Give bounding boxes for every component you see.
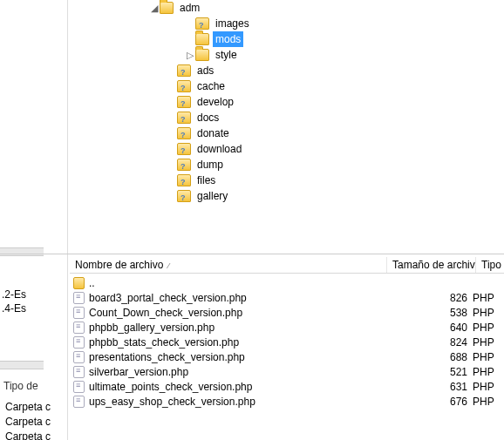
file-type: PHP bbox=[473, 396, 504, 408]
file-name: ultimate_points_check_version.php bbox=[89, 381, 392, 393]
tree-node-label: docs bbox=[194, 110, 221, 125]
tree-node-label: dump bbox=[194, 157, 226, 173]
file-name: board3_portal_check_version.php bbox=[89, 292, 392, 304]
folder-unknown-icon bbox=[177, 190, 191, 202]
tree-node[interactable]: donate bbox=[70, 125, 504, 141]
tree-node-label: adm bbox=[177, 0, 202, 16]
column-header-size[interactable]: Tamaño de archivo bbox=[387, 257, 476, 273]
file-list[interactable]: ..board3_portal_check_version.php826PHPC… bbox=[70, 274, 504, 409]
tree-node[interactable]: cache bbox=[70, 78, 504, 94]
tree-node[interactable]: docs bbox=[70, 110, 504, 125]
file-type: PHP bbox=[473, 292, 504, 304]
tree-node[interactable]: dump bbox=[70, 157, 504, 173]
file-name: ups_easy_shop_check_version.php bbox=[89, 396, 392, 408]
folder-open-icon bbox=[195, 33, 209, 45]
folder-unknown-icon bbox=[177, 112, 191, 124]
tree-node-label: cache bbox=[194, 78, 228, 94]
tree-node-label: ads bbox=[194, 63, 216, 78]
file-name: presentations_check_version.php bbox=[89, 351, 392, 363]
column-header-label: Tamaño de archivo bbox=[392, 259, 476, 271]
file-type: PHP bbox=[473, 336, 504, 349]
file-type: PHP bbox=[473, 381, 504, 393]
php-file-icon bbox=[73, 307, 85, 319]
file-size: 688 bbox=[392, 351, 473, 363]
folder-unknown-icon bbox=[177, 143, 191, 155]
file-name: Count_Down_check_version.php bbox=[89, 307, 392, 319]
column-header-name[interactable]: Nombre de archivo ∕ bbox=[70, 257, 387, 273]
file-name: .. bbox=[89, 277, 392, 289]
scrollbar-fragment[interactable] bbox=[0, 361, 44, 369]
file-row[interactable]: .. bbox=[70, 275, 504, 290]
tree-node-label: style bbox=[213, 47, 240, 63]
tree-node[interactable]: images bbox=[70, 16, 504, 31]
file-row[interactable]: Count_Down_check_version.php538PHP bbox=[70, 305, 504, 320]
column-header-label: Tipo bbox=[481, 259, 501, 271]
file-size: 538 bbox=[392, 307, 473, 319]
folder-tree-pane: ◢admimagesmods▷styleadscachedevelopdocsd… bbox=[0, 0, 504, 254]
file-name: phpbb_stats_check_version.php bbox=[89, 336, 392, 349]
file-row[interactable]: ultimate_points_check_version.php631PHP bbox=[70, 379, 504, 394]
file-type: PHP bbox=[473, 366, 504, 378]
file-row[interactable]: presentations_check_version.php688PHP bbox=[70, 349, 504, 364]
tree-node[interactable]: develop bbox=[70, 94, 504, 110]
tree-node[interactable]: ◢adm bbox=[70, 0, 504, 16]
file-type: PHP bbox=[473, 307, 504, 319]
left-type-cell: Carpeta c bbox=[5, 430, 51, 440]
file-size: 824 bbox=[392, 336, 473, 349]
tree-node-label: mods bbox=[213, 31, 243, 47]
column-header-type[interactable]: Tipo bbox=[476, 257, 502, 273]
folder-unknown-icon bbox=[177, 159, 191, 171]
file-list-pane: Nombre de archivo ∕ Tamaño de archivo Ti… bbox=[70, 256, 504, 440]
php-file-icon bbox=[73, 396, 85, 408]
file-row[interactable]: ups_easy_shop_check_version.php676PHP bbox=[70, 394, 504, 409]
column-header-label: Nombre de archivo bbox=[75, 259, 163, 271]
folder-unknown-icon bbox=[177, 96, 191, 108]
tree-twisty-icon[interactable]: ◢ bbox=[148, 0, 160, 16]
left-type-cell: Carpeta c bbox=[5, 401, 51, 413]
tree-twisty-icon[interactable]: ▷ bbox=[184, 47, 195, 63]
php-file-icon bbox=[73, 351, 85, 363]
file-row[interactable]: phpbb_gallery_version.php640PHP bbox=[70, 320, 504, 335]
tree-node[interactable]: download bbox=[70, 141, 504, 157]
file-size: 521 bbox=[392, 366, 473, 378]
file-size: 640 bbox=[392, 322, 473, 334]
php-file-icon bbox=[73, 336, 85, 349]
php-file-icon bbox=[73, 322, 85, 334]
tree-node[interactable]: files bbox=[70, 173, 504, 188]
tree-node[interactable]: ads bbox=[70, 63, 504, 78]
tree-node[interactable]: mods bbox=[70, 31, 504, 47]
file-type: PHP bbox=[473, 322, 504, 334]
file-size: 676 bbox=[392, 396, 473, 408]
tree-node-label: gallery bbox=[194, 188, 230, 204]
left-item[interactable]: .2-Es bbox=[0, 288, 28, 301]
tree-node-label: files bbox=[194, 173, 218, 188]
file-size: 631 bbox=[392, 381, 473, 393]
file-row[interactable]: board3_portal_check_version.php826PHP bbox=[70, 290, 504, 305]
file-row[interactable]: phpbb_stats_check_version.php824PHP bbox=[70, 335, 504, 349]
folder-tree[interactable]: ◢admimagesmods▷styleadscachedevelopdocsd… bbox=[70, 0, 504, 254]
file-size: 826 bbox=[392, 292, 473, 304]
file-type: PHP bbox=[473, 351, 504, 363]
folder-unknown-icon bbox=[195, 17, 209, 30]
file-row[interactable]: silverbar_version.php521PHP bbox=[70, 364, 504, 379]
php-file-icon bbox=[73, 366, 85, 378]
folder-unknown-icon bbox=[177, 64, 191, 77]
tree-node-label: download bbox=[194, 141, 244, 157]
folder-open-icon bbox=[160, 2, 174, 14]
folder-icon bbox=[73, 277, 85, 289]
php-file-icon bbox=[73, 381, 85, 393]
left-column-header[interactable]: Tipo de bbox=[0, 376, 42, 396]
folder-unknown-icon bbox=[177, 80, 191, 92]
left-item[interactable]: .4-Es bbox=[0, 301, 28, 315]
file-name: phpbb_gallery_version.php bbox=[89, 322, 392, 334]
folder-unknown-icon bbox=[177, 174, 191, 186]
tree-node[interactable]: gallery bbox=[70, 188, 504, 204]
file-name: silverbar_version.php bbox=[89, 366, 392, 378]
tree-node-label: images bbox=[213, 16, 252, 31]
sort-asc-icon: ∕ bbox=[168, 261, 170, 270]
file-list-header[interactable]: Nombre de archivo ∕ Tamaño de archivo Ti… bbox=[70, 256, 504, 274]
left-type-cell: Carpeta c bbox=[5, 416, 51, 428]
tree-node[interactable]: ▷style bbox=[70, 47, 504, 63]
tree-node-label: develop bbox=[194, 94, 236, 110]
php-file-icon bbox=[73, 292, 85, 304]
